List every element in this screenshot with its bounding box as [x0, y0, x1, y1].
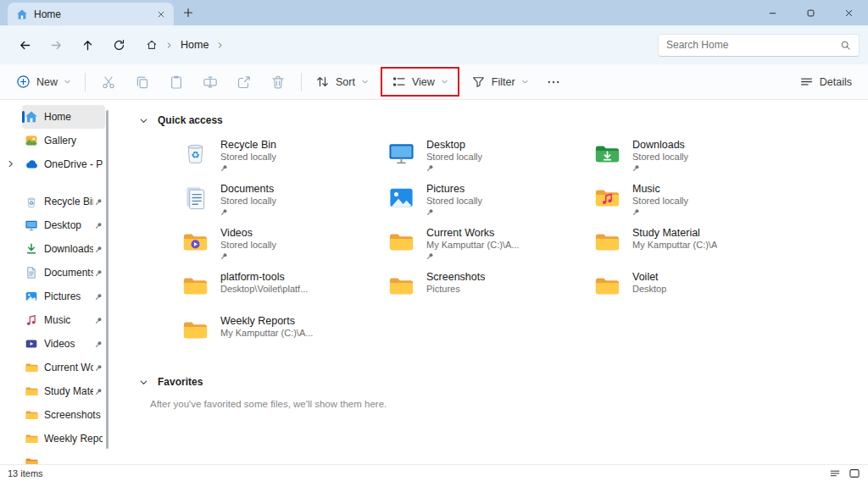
- chevron-right-icon: [165, 41, 173, 49]
- videos-icon: [181, 228, 209, 256]
- search-placeholder: Search Home: [666, 39, 833, 51]
- rename-button[interactable]: [193, 68, 227, 97]
- share-button[interactable]: [227, 68, 261, 97]
- view-button[interactable]: View: [384, 69, 456, 94]
- sidebar-item-weekly-reports[interactable]: Weekly Reports: [22, 427, 105, 451]
- recycle-bin-icon: ♻: [181, 140, 209, 168]
- quick-access-section-header[interactable]: Quick access: [139, 112, 868, 129]
- section-title: Quick access: [158, 114, 223, 126]
- sidebar-item-label: Current Work: [44, 362, 93, 373]
- sidebar-item-label: Screenshots: [44, 409, 103, 421]
- new-button[interactable]: New: [8, 69, 79, 94]
- sidebar-item-videos[interactable]: Videos: [22, 332, 105, 356]
- quick-access-item-screenshots[interactable]: ScreenshotsPictures: [387, 270, 593, 314]
- pin-icon: [95, 269, 103, 277]
- quick-access-item-study-material[interactable]: Study MaterialMy Kamputtar (C:)\A: [593, 226, 799, 270]
- sidebar-item-desktop[interactable]: Desktop: [22, 213, 105, 237]
- folder-icon: [25, 361, 38, 374]
- icons-view-icon[interactable]: [849, 467, 860, 479]
- quick-access-item-voilet[interactable]: VoiletDesktop: [593, 270, 799, 314]
- explorer-tab[interactable]: Home: [8, 3, 174, 25]
- search-icon: [840, 40, 851, 51]
- filter-button-label: Filter: [492, 76, 515, 88]
- copy-button[interactable]: [125, 68, 159, 97]
- favorites-section-header[interactable]: Favorites: [139, 373, 868, 390]
- selection-indicator: [22, 111, 25, 123]
- maximize-button[interactable]: [792, 0, 830, 25]
- more-options-button[interactable]: [537, 68, 570, 97]
- downloads-icon: [25, 242, 38, 256]
- filter-icon: [471, 75, 486, 89]
- sidebar-item-folder[interactable]: [22, 451, 105, 464]
- forward-button[interactable]: [43, 32, 69, 58]
- details-pane-button[interactable]: Details: [792, 69, 860, 94]
- quick-access-item-music[interactable]: MusicStored locally: [593, 182, 799, 226]
- item-name: Voilet: [632, 271, 666, 284]
- desktop-icon: [387, 140, 415, 168]
- sort-button[interactable]: Sort: [308, 69, 376, 94]
- gallery-icon: [25, 134, 38, 147]
- refresh-button[interactable]: [106, 32, 131, 58]
- folder-icon: [387, 228, 415, 256]
- sidebar-item-label: Weekly Reports: [44, 433, 103, 445]
- downloads-icon: [593, 140, 621, 168]
- details-view-icon[interactable]: [829, 467, 841, 479]
- quick-access-item-desktop[interactable]: DesktopStored locally: [387, 138, 593, 182]
- sidebar-scrollbar[interactable]: [106, 110, 108, 449]
- home-icon: [25, 110, 38, 124]
- home-breadcrumb-icon[interactable]: [146, 39, 158, 51]
- music-icon: [593, 184, 621, 212]
- quick-access-item-recycle-bin[interactable]: ♻Recycle BinStored locally: [181, 138, 387, 182]
- item-name: Pictures: [426, 183, 482, 196]
- sidebar-item-label: Downloads: [44, 243, 93, 255]
- sidebar-item-study-materi[interactable]: Study Materi: [22, 379, 105, 403]
- folder-icon: [593, 228, 621, 256]
- sidebar-item-gallery[interactable]: Gallery: [22, 129, 105, 152]
- quick-access-item-current-works[interactable]: Current WorksMy Kamputtar (C:)\A...: [387, 226, 593, 270]
- sidebar-item-pictures[interactable]: Pictures: [22, 285, 105, 308]
- sidebar-item-music[interactable]: Music: [22, 308, 105, 332]
- minimize-button[interactable]: [754, 0, 792, 25]
- delete-button[interactable]: [261, 68, 295, 97]
- tab-close-icon[interactable]: [154, 8, 168, 21]
- back-button[interactable]: [12, 32, 37, 58]
- item-text: Weekly ReportsMy Kamputtar (C:)\A...: [220, 315, 313, 358]
- quick-access-item-platform-tools[interactable]: platform-toolsDesktop\Voilet\platf...: [181, 270, 387, 314]
- quick-access-item-weekly-reports[interactable]: Weekly ReportsMy Kamputtar (C:)\A...: [181, 314, 387, 358]
- item-detail: Stored locally: [220, 152, 276, 163]
- item-text: Study MaterialMy Kamputtar (C:)\A: [632, 227, 717, 270]
- sidebar-item-current-work[interactable]: Current Work: [22, 356, 105, 379]
- quick-access-item-pictures[interactable]: PicturesStored locally: [387, 182, 593, 226]
- svg-text:♻: ♻: [191, 149, 199, 160]
- sidebar-item-downloads[interactable]: Downloads: [22, 237, 105, 261]
- sidebar-item-documents[interactable]: Documents: [22, 261, 105, 285]
- breadcrumb-home[interactable]: Home: [181, 39, 209, 51]
- cut-button[interactable]: [92, 68, 125, 97]
- quick-access-item-documents[interactable]: DocumentsStored locally: [181, 182, 387, 226]
- pin-icon: [95, 246, 103, 253]
- up-button[interactable]: [75, 32, 100, 58]
- folder-icon: [593, 272, 621, 300]
- sidebar-item-screenshots[interactable]: Screenshots: [22, 403, 105, 427]
- new-tab-button[interactable]: [182, 7, 194, 19]
- details-icon: [799, 75, 814, 89]
- close-button[interactable]: [830, 0, 868, 25]
- item-text: Recycle BinStored locally: [220, 139, 276, 182]
- sidebar-item-home[interactable]: Home: [22, 105, 105, 129]
- paste-button[interactable]: [159, 68, 193, 97]
- sidebar-item-onedrive-pers[interactable]: OneDrive - Pers: [22, 152, 105, 176]
- pin-icon: [426, 164, 434, 172]
- folder-icon: [181, 272, 209, 300]
- filter-button[interactable]: Filter: [464, 69, 537, 94]
- sort-icon: [315, 75, 330, 89]
- sidebar-item-recycle-bin[interactable]: ♻Recycle Bin: [22, 190, 105, 213]
- quick-access-item-videos[interactable]: VideosStored locally: [181, 226, 387, 270]
- chevron-down-icon: [441, 78, 448, 86]
- file-explorer-window: Home Home Search Home New: [0, 0, 868, 481]
- quick-access-item-downloads[interactable]: DownloadsStored locally: [593, 138, 799, 182]
- item-detail: Desktop\Voilet\platf...: [220, 284, 308, 295]
- chevron-right-icon[interactable]: [6, 159, 15, 169]
- search-box[interactable]: Search Home: [658, 34, 860, 57]
- item-text: DownloadsStored locally: [632, 139, 688, 182]
- home-icon: [16, 8, 28, 20]
